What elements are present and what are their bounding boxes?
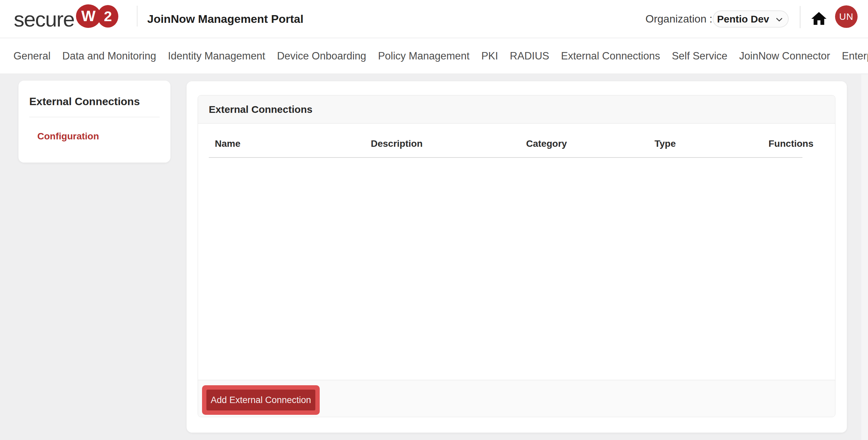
app-header: secure W 2 JoinNow Management Portal Org… — [0, 0, 868, 38]
portal-title: JoinNow Management Portal — [147, 0, 304, 38]
securew2-logo: secure W 2 — [0, 0, 141, 38]
nav-item-external-connections[interactable]: External Connections — [561, 50, 660, 62]
panel-footer: Add External Connection — [198, 380, 835, 417]
securew2-logo-2-badge: 2 — [97, 5, 118, 28]
column-header-functions: Functions — [769, 138, 813, 149]
nav-item-data-and-monitoring[interactable]: Data and Monitoring — [62, 50, 156, 62]
external-connections-box-header: External Connections — [198, 95, 835, 124]
sidebar-title: External Connections — [29, 95, 140, 108]
organization-value: Pentio Dev — [717, 13, 769, 25]
external-connections-box: External Connections Name Description Ca… — [198, 95, 835, 417]
nav-item-identity-management[interactable]: Identity Management — [168, 50, 265, 62]
panel-title: External Connections — [209, 104, 312, 115]
column-header-category: Category — [526, 138, 654, 149]
table-header-row: Name Description Category Type Functions — [209, 138, 802, 158]
page-scrollbar-track[interactable] — [861, 74, 868, 440]
nav-item-radius[interactable]: RADIUS — [510, 50, 549, 62]
nav-item-enterprise-client[interactable]: Enterprise Client — [842, 50, 868, 62]
organization-selector[interactable]: Pentio Dev — [713, 10, 789, 28]
user-avatar[interactable]: UN — [835, 5, 858, 28]
nav-item-policy-management[interactable]: Policy Management — [378, 50, 469, 62]
sidebar-panel: External Connections Configuration — [19, 80, 170, 163]
nav-item-device-onboarding[interactable]: Device Onboarding — [277, 50, 366, 62]
sidebar-item-configuration[interactable]: Configuration — [37, 131, 99, 142]
home-button[interactable] — [809, 9, 829, 29]
home-icon — [810, 10, 828, 28]
nav-item-joinnow-connector[interactable]: JoinNow Connector — [739, 50, 830, 62]
header-vertical-divider — [800, 6, 800, 28]
nav-item-general[interactable]: General — [13, 50, 51, 62]
header-logo-divider — [137, 6, 137, 27]
nav-item-pki[interactable]: PKI — [482, 50, 498, 62]
sidebar-divider — [29, 117, 160, 117]
table-body-empty — [198, 158, 835, 378]
chevron-down-icon — [774, 13, 784, 25]
organization-label: Organization : — [646, 0, 712, 38]
main-panel: External Connections Name Description Ca… — [187, 81, 847, 433]
add-external-connection-button-focus-ring: Add External Connection — [202, 385, 320, 415]
securew2-logo-text: secure — [14, 0, 74, 38]
securew2-logo-w-badge: W — [76, 4, 101, 28]
nav-item-self-service[interactable]: Self Service — [672, 50, 727, 62]
add-external-connection-button[interactable]: Add External Connection — [207, 390, 315, 410]
column-header-name: Name — [209, 138, 371, 149]
column-header-description: Description — [371, 138, 526, 149]
main-nav: General Data and Monitoring Identity Man… — [0, 38, 868, 74]
column-header-type: Type — [654, 138, 769, 149]
